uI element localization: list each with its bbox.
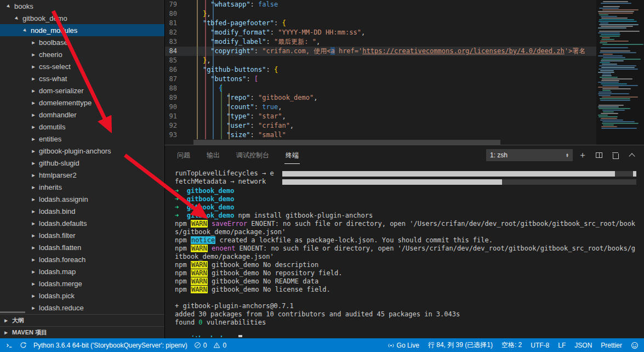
go-live-button-label: Go Live [397, 342, 419, 349]
tree-item-node_modules[interactable]: ▶node_modules [0, 24, 164, 36]
code-line-88[interactable]: 88 { [165, 84, 596, 93]
tree-item-cheerio[interactable]: ▶cheerio [0, 48, 164, 60]
tree-item-lodash.pick[interactable]: ▶lodash.pick [0, 289, 164, 302]
warning-count[interactable]: 0 [213, 342, 226, 349]
chevron-collapsed-icon: ▶ [30, 293, 37, 298]
chevron-collapsed-icon: ▶ [30, 64, 37, 69]
line-text: { [187, 84, 223, 93]
language-mode[interactable]: JSON [574, 342, 592, 349]
formatter[interactable]: Prettier [601, 342, 622, 349]
code-line-90[interactable]: 90 "count": true, [165, 103, 596, 112]
vscode-window: ▶books▶gitbook_demo▶node_modules▶boolbas… [0, 0, 644, 352]
tree-item-domhandler[interactable]: ▶domhandler [0, 109, 164, 121]
tree-item-gitbook-plugin-anchors[interactable]: ▶gitbook-plugin-anchors [0, 145, 164, 157]
file-tree: ▶books▶gitbook_demo▶node_modules▶boolbas… [0, 0, 164, 314]
minimap[interactable] [596, 0, 644, 145]
error-count[interactable]: 0 [194, 342, 207, 349]
outline-section-label: 大纲 [12, 316, 24, 325]
code-line-85[interactable]: 85 }, [165, 56, 596, 65]
tree-item-domutils[interactable]: ▶domutils [0, 121, 164, 133]
code-line-83[interactable]: 83 "modify_label": "最后更新: ", [165, 37, 596, 47]
cursor-position-label: 行 84, 列 39 (已选择1) [428, 340, 493, 350]
split-terminal-button[interactable] [592, 149, 606, 162]
tree-item-inherits[interactable]: ▶inherits [0, 181, 164, 193]
tree-item-entities[interactable]: ▶entities [0, 133, 164, 145]
panel-tab-0[interactable]: 问题 [176, 146, 191, 164]
tree-item-lodash.foreach[interactable]: ▶lodash.foreach [0, 253, 164, 265]
status-bar-left: Python 3.6.4 64-bit ('StorybookQueryServ… [5, 342, 226, 349]
terminal-line: npm WARN gitbook_demo No description [175, 261, 639, 269]
code-line-86[interactable]: 86 "github-buttons": { [165, 65, 596, 75]
tree-item-github-slugid[interactable]: ▶github-slugid [0, 157, 164, 169]
kill-terminal-button[interactable] [609, 149, 622, 162]
tree-item-htmlparser2[interactable]: ▶htmlparser2 [0, 169, 164, 181]
code-line-82[interactable]: 82 "modify_format": "YYYY-MM-DD HH:mm:ss… [165, 28, 596, 37]
indentation-setting[interactable]: 空格: 2 [501, 340, 522, 350]
new-terminal-button[interactable]: ＋ [576, 149, 589, 162]
tree-item-label: domhandler [39, 111, 77, 119]
line-number: 92 [165, 121, 187, 130]
line-number: 85 [165, 56, 187, 65]
code-line-80[interactable]: 80 }, [165, 9, 596, 19]
terminal-line: ➜ gitbook_demo [175, 335, 639, 337]
maximize-panel-button[interactable] [625, 149, 639, 162]
tree-item-gitbook_demo[interactable]: ▶gitbook_demo [0, 12, 164, 24]
panel-tab-3[interactable]: 终端 [284, 146, 300, 164]
sync-button[interactable] [20, 342, 27, 349]
code-line-92[interactable]: 92 "user": "crifan", [165, 121, 596, 130]
eol-setting[interactable]: LF [558, 342, 566, 349]
encoding-label: UTF-8 [531, 342, 549, 349]
chevron-collapsed-icon: ▶ [30, 40, 37, 44]
tree-item-lodash.assignin[interactable]: ▶lodash.assignin [0, 193, 164, 205]
tree-item-lodash.flatten[interactable]: ▶lodash.flatten [0, 241, 164, 253]
tree-item-lodash.defaults[interactable]: ▶lodash.defaults [0, 217, 164, 229]
tree-item-lodash.filter[interactable]: ▶lodash.filter [0, 229, 164, 241]
code-line-84[interactable]: 84 "copyright": "crifan.com, 使用<a href='… [165, 47, 596, 56]
tree-item-label: gitbook-plugin-anchors [39, 147, 111, 155]
outline-section-header[interactable]: ▶ 大纲 [0, 314, 164, 326]
line-text: "repo": "gitbook_demo", [187, 93, 317, 103]
tree-item-lodash.bind[interactable]: ▶lodash.bind [0, 205, 164, 217]
code-line-91[interactable]: 91 "type": "star", [165, 112, 596, 121]
terminal-output[interactable]: runTopLevelLifecycles → efetchMetadata →… [175, 169, 639, 337]
tree-item-css-what[interactable]: ▶css-what [0, 72, 164, 84]
tree-item-domelementtype[interactable]: ▶domelementtype [0, 96, 164, 109]
sidebar-hscrollbar[interactable] [0, 311, 25, 313]
sidebar-sections: ▶ 大纲 ▶ MAVEN 项目 [0, 314, 164, 338]
feedback-smiley[interactable] [631, 342, 639, 349]
panel-tab-1[interactable]: 输出 [206, 146, 221, 164]
warning-count-label: 0 [223, 342, 226, 349]
chevron-expanded-icon: ▶ [21, 26, 30, 35]
terminal-line: npm WARN saveError ENOENT: no such file … [175, 220, 639, 236]
editor-hscrollbar[interactable] [193, 140, 500, 145]
panel-tab-2[interactable]: 调试控制台 [235, 146, 270, 164]
code-line-81[interactable]: 81 "tbfed-pagefooter": { [165, 19, 596, 28]
tree-item-lodash.merge[interactable]: ▶lodash.merge [0, 277, 164, 289]
line-number: 79 [165, 0, 187, 9]
code-line-79[interactable]: 79 "whatsapp": false [165, 0, 596, 9]
tree-item-label: lodash.bind [39, 207, 76, 215]
python-interpreter[interactable]: Python 3.6.4 64-bit ('StorybookQueryServ… [33, 342, 187, 349]
tree-item-books[interactable]: ▶books [0, 0, 164, 12]
cursor-position[interactable]: 行 84, 列 39 (已选择1) [428, 340, 493, 350]
chevron-collapsed-icon: ▶ [30, 281, 37, 286]
code-editor[interactable]: 79 "whatsapp": false80 },81 "tbfed-pagef… [165, 0, 596, 139]
tree-item-css-select[interactable]: ▶css-select [0, 60, 164, 72]
code-line-93[interactable]: 93 "size": "small" [165, 130, 596, 139]
terminal-line: ➜ gitbook_demo [175, 187, 639, 195]
remote-indicator[interactable] [5, 342, 13, 349]
go-live-button[interactable]: Go Live [387, 342, 419, 349]
encoding[interactable]: UTF-8 [531, 342, 549, 349]
terminal-line: + gitbook-plugin-anchors@0.7.1 [175, 302, 639, 310]
status-bar: Python 3.6.4 64-bit ('StorybookQueryServ… [0, 338, 644, 352]
tree-item-lodash.map[interactable]: ▶lodash.map [0, 265, 164, 277]
tree-item-dom-serializer[interactable]: ▶dom-serializer [0, 84, 164, 96]
maven-section-header[interactable]: ▶ MAVEN 项目 [0, 326, 164, 338]
terminal-shell-select[interactable]: 1: zsh ▲▼ [486, 149, 573, 161]
tree-item-label: lodash.merge [39, 280, 82, 288]
chevron-collapsed-icon: ▶ [30, 257, 37, 262]
code-line-87[interactable]: 87 "buttons": [ [165, 75, 596, 84]
code-line-89[interactable]: 89 "repo": "gitbook_demo", [165, 93, 596, 103]
chevron-expanded-icon: ▶ [13, 14, 21, 22]
tree-item-boolbase[interactable]: ▶boolbase [0, 36, 164, 48]
